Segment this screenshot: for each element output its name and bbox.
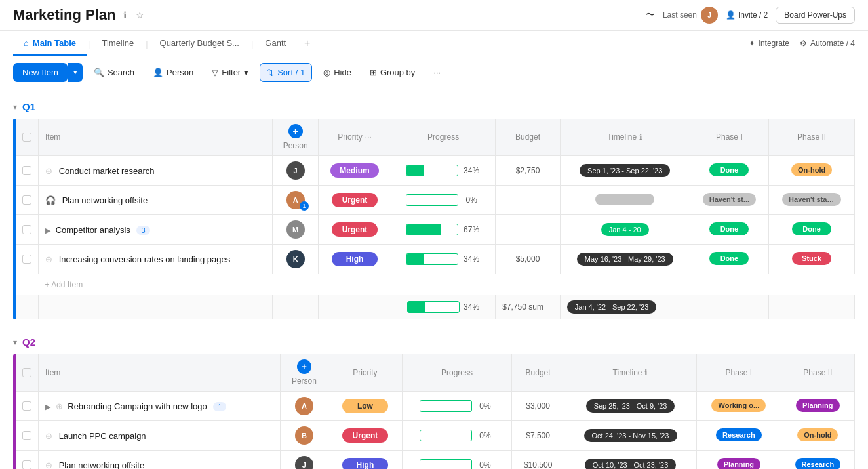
priority-cell[interactable]: Low	[328, 392, 403, 421]
timeline-cell: May 16, '23 - May 29, '23	[560, 245, 690, 274]
timeline-cell: Oct 24, '23 - Nov 15, '23	[564, 421, 697, 451]
phase1-cell[interactable]: Done	[690, 215, 769, 245]
tab-main-table-icon: ⌂	[24, 38, 29, 48]
table-row: ⊕ Increasing conversion rates on landing…	[16, 245, 855, 274]
item-add-icon[interactable]: ⊕	[45, 166, 52, 176]
phase1-cell[interactable]: Haven't st...	[690, 186, 769, 215]
phase2-cell[interactable]: On-hold	[769, 156, 855, 186]
priority-cell[interactable]: Urgent	[328, 421, 403, 451]
timeline-empty	[595, 194, 654, 205]
priority-cell[interactable]: High	[318, 245, 391, 274]
person-badge: 1	[300, 201, 309, 211]
invite-label: Invite / 2	[738, 10, 768, 20]
progress-bar	[420, 430, 472, 441]
budget-cell: $5,000	[496, 245, 561, 274]
integrate-button[interactable]: ✦ Integrate	[749, 39, 789, 48]
phase1-cell[interactable]: Done	[690, 245, 769, 274]
row-checkbox[interactable]	[22, 401, 31, 411]
sort-button[interactable]: ⇅ Sort / 1	[260, 63, 312, 82]
add-item-row-q1: + Add Item	[16, 274, 855, 295]
group-header-q2[interactable]: ▾ Q2	[13, 325, 855, 354]
priority-cell[interactable]: Urgent	[318, 215, 391, 245]
person-cell: K	[273, 245, 319, 274]
priority-cell[interactable]: Medium	[318, 156, 391, 186]
row-checkbox[interactable]	[22, 255, 31, 264]
phase2-badge: Stuck	[792, 252, 831, 265]
item-add-icon[interactable]: 🎧	[45, 195, 56, 205]
integrate-icon: ✦	[749, 39, 755, 48]
person-add-btn[interactable]: +	[288, 124, 303, 138]
phase2-cell[interactable]: Done	[769, 215, 855, 245]
summary-progress: 34%	[391, 295, 496, 319]
new-item-button[interactable]: New Item	[13, 63, 68, 82]
group-title-q1: Q1	[22, 101, 35, 112]
more-options-button[interactable]: ···	[426, 63, 448, 82]
progress-bar	[406, 165, 458, 176]
phase2-cell[interactable]: Stuck	[769, 245, 855, 274]
select-all-checkbox-q2[interactable]	[22, 368, 31, 377]
group-toggle-q2[interactable]: ▾	[13, 338, 17, 347]
item-add-icon[interactable]: ⊕	[45, 255, 52, 264]
trend-icon: 〜	[646, 9, 655, 21]
row-checkbox[interactable]	[22, 225, 31, 234]
phase2-cell[interactable]: On-hold	[781, 421, 854, 451]
priority-cell[interactable]: Urgent	[318, 186, 391, 215]
timeline-info-icon[interactable]: ℹ	[639, 133, 642, 142]
star-icon[interactable]: ☆	[133, 9, 147, 22]
add-item-button-q1[interactable]: + Add Item	[45, 280, 83, 289]
priority-badge: Urgent	[332, 193, 378, 207]
phase2-cell[interactable]: Haven't start...	[769, 186, 855, 215]
row-checkbox[interactable]	[22, 460, 31, 469]
phase2-cell[interactable]: Planning	[781, 392, 854, 421]
priority-col-header-q2: Priority	[328, 354, 403, 392]
group-header-q1[interactable]: ▾ Q1	[13, 89, 855, 119]
summary-budget: $7,750 sum	[496, 295, 561, 319]
table-row: ⊕ Launch PPC campaign B Urgent	[16, 421, 855, 451]
person-button[interactable]: 👤 Person	[146, 63, 201, 82]
phase2-cell[interactable]: Research	[781, 451, 854, 470]
phase1-cell[interactable]: Working o...	[697, 392, 781, 421]
board-powerups-button[interactable]: Board Power-Ups	[776, 7, 855, 24]
tab-timeline[interactable]: Timeline	[91, 31, 144, 56]
invite-button[interactable]: 👤 Invite / 2	[726, 10, 768, 20]
row-checkbox[interactable]	[22, 166, 31, 175]
row-checkbox[interactable]	[22, 195, 31, 205]
item-name-cell: 🎧 Plan networking offsite	[39, 186, 273, 215]
timeline-cell	[560, 186, 690, 215]
item-add-icon[interactable]: ⊕	[56, 401, 63, 411]
tab-gantt[interactable]: Gantt	[254, 31, 296, 56]
phase2-badge: Haven't start...	[782, 193, 841, 206]
priority-cell[interactable]: High	[328, 451, 403, 470]
more-icon: ···	[433, 68, 441, 77]
new-item-dropdown-button[interactable]: ▾	[68, 63, 83, 82]
person-cell: A	[280, 392, 328, 421]
group-toggle-q1[interactable]: ▾	[13, 102, 17, 112]
tab-main-table[interactable]: ⌂ Main Table	[13, 31, 87, 56]
row-checkbox[interactable]	[22, 431, 31, 440]
select-all-checkbox[interactable]	[22, 133, 31, 142]
tab-add-button[interactable]: +	[296, 31, 318, 56]
priority-menu-icon[interactable]: ···	[365, 133, 372, 142]
item-add-icon: ⊕	[45, 460, 52, 470]
automate-button[interactable]: ⚙ Automate / 4	[800, 39, 855, 48]
phase1-cell[interactable]: Research	[697, 421, 781, 451]
search-button[interactable]: 🔍 Search	[87, 63, 142, 82]
hide-button[interactable]: ◎ Hide	[316, 63, 359, 82]
group-by-button[interactable]: ⊞ Group by	[363, 63, 422, 82]
filter-button[interactable]: ▽ Filter ▾	[205, 63, 256, 82]
expand-arrow[interactable]: ▶	[45, 226, 50, 234]
item-text: Conduct market research	[59, 166, 155, 176]
tab-quarterly-budget[interactable]: Quarterly Budget S...	[149, 31, 250, 56]
item-add-icon[interactable]: ⊕	[45, 431, 52, 441]
info-icon[interactable]: ℹ	[121, 9, 129, 22]
timeline-badge: Sep 25, '23 - Oct 9, '23	[586, 399, 675, 413]
timeline-info-icon-q2[interactable]: ℹ	[644, 368, 648, 377]
timeline-cell: Oct 10, '23 - Oct 23, '23	[564, 451, 697, 470]
person-add-btn-q2[interactable]: +	[297, 359, 311, 374]
phase1-col-header-q2: Phase I	[697, 354, 781, 392]
phase1-cell[interactable]: Done	[690, 156, 769, 186]
search-icon: 🔍	[94, 68, 104, 77]
expand-arrow[interactable]: ▶	[45, 403, 50, 411]
phase2-col-header: Phase II	[769, 119, 855, 156]
phase1-cell[interactable]: Planning	[697, 451, 781, 470]
